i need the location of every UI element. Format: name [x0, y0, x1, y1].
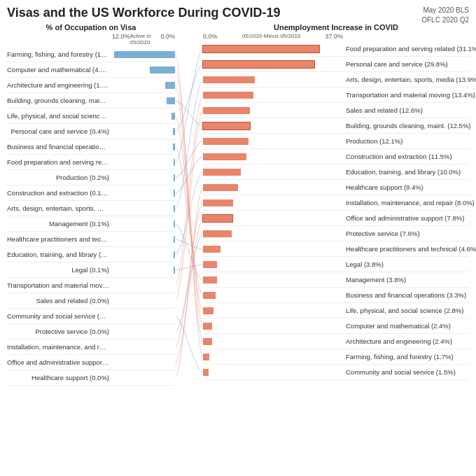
right-row: Management (3.8%)	[203, 272, 469, 288]
right-bar	[203, 200, 233, 206]
left-bar-area	[112, 96, 175, 106]
left-row: Food preparation and serving related (0.…	[7, 155, 175, 170]
chart-area: % of Occupation on Visa 12.0% Active in …	[7, 23, 469, 457]
right-bar	[203, 76, 255, 83]
right-bar	[203, 230, 232, 237]
connections-svg	[175, 23, 203, 457]
right-panel: Unemployment Increase in COVID 0.0% 05/2…	[203, 23, 469, 457]
left-bar-area	[112, 358, 175, 368]
left-bar-area	[112, 173, 175, 183]
middle-panel	[175, 23, 203, 457]
right-row: Business and financial operations (3.3%)	[203, 288, 469, 303]
right-bar-area	[203, 368, 343, 377]
right-row: Sales and related (12.6%)	[203, 103, 469, 118]
left-bar-area	[112, 127, 175, 136]
right-row-label: Healthcare practitioners and technical (…	[343, 245, 476, 253]
left-bar-area	[112, 111, 175, 121]
right-bar	[203, 153, 246, 160]
left-row-label: Community and social service (0.0%)	[7, 312, 112, 320]
right-bar-area	[203, 59, 343, 69]
left-bar-area	[112, 65, 175, 75]
left-row: Business and financial operations (0.4%)	[7, 139, 175, 155]
left-row-label: Computer and mathematical (4.9%)	[7, 66, 112, 74]
right-bar-area	[203, 290, 343, 300]
right-axis-max: 37.0%	[325, 33, 343, 40]
right-row-label: Legal (3.8%)	[343, 260, 469, 268]
right-row-label: Management (3.8%)	[343, 276, 469, 284]
right-row: Legal (3.8%)	[203, 257, 469, 272]
left-row-label: Architecture and engineering (1.9%)	[7, 81, 112, 89]
left-bar-area	[112, 373, 175, 383]
right-bar-area	[203, 106, 343, 115]
left-row-label: Management (0.1%)	[7, 220, 112, 227]
right-bar-area	[203, 337, 343, 346]
left-row: Office and administrative support (0.0%)	[7, 355, 175, 370]
right-row: Transportation and material moving (13.4…	[203, 88, 469, 103]
left-row-label: Healthcare support (0.0%)	[7, 374, 112, 382]
left-row: Transportation and material moving (0.0%…	[7, 278, 175, 293]
right-bar-area	[203, 152, 343, 162]
left-row-label: Construction and extraction (0.1%)	[7, 189, 112, 197]
right-row-label: Business and financial operations (3.3%)	[343, 291, 469, 299]
left-row: Healthcare support (0.0%)	[7, 370, 175, 386]
right-bar	[203, 276, 217, 284]
right-rows: Food preparation and serving related (31…	[203, 41, 469, 380]
right-row: Office and administrative support (7.8%)	[203, 211, 469, 226]
left-row: Computer and mathematical (4.9%)	[7, 62, 175, 78]
left-row: Construction and extraction (0.1%)	[7, 186, 175, 201]
right-panel-title: Unemployment Increase in COVID	[203, 23, 469, 31]
left-row: Legal (0.1%)	[7, 262, 175, 278]
right-bar-area	[203, 244, 343, 254]
left-bar-area	[112, 158, 175, 167]
right-row-label: Arts, design, entertain, sports, media (…	[343, 76, 476, 83]
left-row-label: Farming, fishing, and forestry (11.8%)	[7, 50, 112, 58]
left-bar	[167, 97, 175, 104]
right-row-label: Food preparation and serving related (31…	[343, 45, 476, 52]
left-row-label: Arts, design, entertain, sports, media (…	[7, 204, 112, 212]
right-bar	[203, 92, 253, 99]
right-bar	[203, 292, 216, 299]
page-title: Visas and the US Workforce During COVID-…	[7, 6, 469, 20]
right-bar	[203, 61, 314, 68]
right-bar-area	[203, 260, 343, 270]
left-row: Building, grounds cleaning, maint. (1.6%…	[7, 93, 175, 108]
right-bar-area	[203, 198, 343, 208]
right-bar-area	[203, 167, 343, 177]
right-bar	[203, 307, 214, 314]
right-bar-area	[203, 121, 343, 131]
left-row: Architecture and engineering (1.9%)	[7, 78, 175, 93]
right-row-label: Architecture and engineering (2.4%)	[343, 337, 469, 345]
right-bar-area	[203, 229, 343, 239]
right-row: Personal care and service (29.8%)	[203, 57, 469, 72]
left-row: Arts, design, entertain, sports, media (…	[7, 201, 175, 216]
right-row-label: Production (12.1%)	[343, 137, 469, 145]
right-row: Food preparation and serving related (31…	[203, 41, 469, 57]
left-axis-mid: Active in 05/2020	[130, 33, 161, 46]
right-row: Architecture and engineering (2.4%)	[203, 334, 469, 349]
right-row: Farming, fishing, and forestry (1.7%)	[203, 349, 469, 365]
right-row-label: Personal care and service (29.8%)	[343, 60, 469, 68]
left-row-label: Life, physical, and social science (0.7%…	[7, 112, 112, 120]
right-row-label: Computer and mathematical (2.4%)	[343, 322, 469, 330]
right-bar	[203, 354, 209, 360]
right-row: Production (12.1%)	[203, 134, 469, 149]
right-row-label: Construction and extraction (11.5%)	[343, 153, 469, 160]
left-row: Protective service (0.0%)	[7, 324, 175, 340]
right-bar	[203, 215, 232, 222]
left-bar-area	[112, 327, 175, 337]
right-bar-area	[203, 136, 343, 146]
right-axis-min: 0.0%	[203, 33, 218, 40]
right-bar-area	[203, 183, 343, 192]
right-row: Computer and mathematical (2.4%)	[203, 318, 469, 334]
left-axis-max: 12.0%	[112, 33, 130, 46]
subtitle: May 2020 BLS OFLC 2020 Q2	[421, 6, 469, 25]
right-row: Community and social service (1.5%)	[203, 365, 469, 380]
right-bar-area	[203, 214, 343, 223]
left-bar-area	[112, 204, 175, 214]
right-row-label: Building, grounds cleaning, maint. (12.5…	[343, 122, 471, 130]
left-row-label: Food preparation and serving related (0.…	[7, 158, 112, 166]
left-panel: % of Occupation on Visa 12.0% Active in …	[7, 23, 175, 457]
right-bar	[203, 261, 217, 268]
left-bar-area	[112, 80, 175, 90]
left-row: Production (0.2%)	[7, 170, 175, 186]
